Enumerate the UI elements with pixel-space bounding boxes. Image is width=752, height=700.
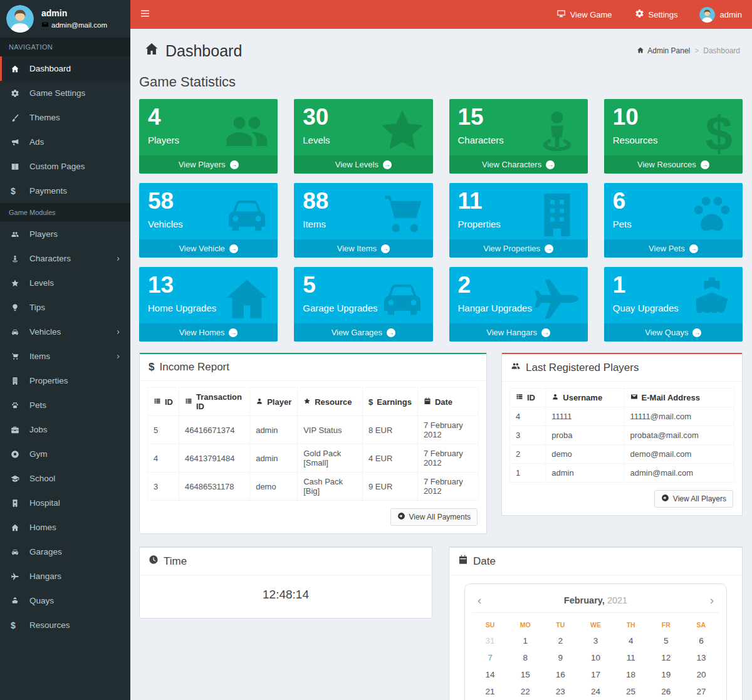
calendar-day[interactable]: 22 (508, 683, 543, 700)
calendar-day[interactable]: 2 (543, 632, 578, 649)
view-all-payments-button[interactable]: View All Payments (390, 508, 478, 526)
breadcrumb-separator: > (694, 46, 699, 55)
column-header-date: Date (417, 388, 478, 416)
sidebar-item-levels[interactable]: Levels (0, 271, 130, 295)
income-row: 346486531178demoCash Pack [Big]9 EUR7 Fe… (148, 473, 479, 501)
calendar-prev-button[interactable]: ‹ (473, 594, 486, 606)
sidebar-item-jobs[interactable]: Jobs (0, 417, 130, 442)
calendar-day[interactable]: 15 (508, 666, 543, 683)
sidebar-item-hospital[interactable]: Hospital (0, 491, 130, 515)
stat-label: Levels (303, 135, 424, 145)
sidebar-section-header-navigation: NAVIGATION (0, 38, 130, 56)
calendar-day[interactable]: 16 (543, 666, 578, 683)
calendar-day-today[interactable]: 7 (473, 649, 508, 666)
view-pets-link[interactable]: View Pets→ (604, 239, 743, 258)
settings-link[interactable]: Settings (624, 0, 689, 29)
table-cell: 11111@mail.com (624, 407, 734, 426)
sidebar-item-pets[interactable]: Pets (0, 393, 130, 417)
sidebar-item-ads[interactable]: Ads (0, 130, 130, 154)
calendar-day[interactable]: 23 (543, 683, 578, 700)
calendar-day[interactable]: 4 (614, 632, 649, 649)
calendar-day[interactable]: 18 (614, 666, 649, 683)
calendar-day[interactable]: 19 (649, 666, 684, 683)
player-row: 3probaprobata@mail.com (510, 426, 734, 445)
view-quays-link[interactable]: View Quays→ (604, 323, 743, 342)
sidebar-item-label: Vehicles (29, 327, 61, 337)
sidebar-item-label: Players (29, 229, 58, 239)
dollar-icon: $ (149, 361, 154, 374)
sidebar-item-resources[interactable]: $Resources (0, 613, 130, 637)
calendar-next-button[interactable]: › (705, 594, 719, 606)
sidebar-item-themes[interactable]: Themes (0, 105, 130, 130)
breadcrumb-admin-panel[interactable]: Admin Panel (637, 46, 690, 56)
calendar-day[interactable]: 26 (649, 683, 684, 700)
calendar-day[interactable]: 5 (649, 632, 684, 649)
view-garages-link[interactable]: View Garages→ (294, 323, 432, 342)
sidebar-item-hangars[interactable]: Hangars (0, 564, 130, 588)
stat-card-resources: 10Resources$View Resources→ (604, 99, 743, 174)
user-name: admin (41, 8, 107, 18)
calendar-day[interactable]: 11 (614, 649, 649, 666)
calendar-day[interactable]: 25 (614, 683, 649, 700)
sidebar-item-items[interactable]: Items (0, 344, 130, 368)
sidebar-item-vehicles[interactable]: Vehicles (0, 320, 130, 344)
sidebar-item-game-settings[interactable]: Game Settings (0, 81, 130, 105)
time-panel-header: Time (140, 548, 432, 575)
calendar-day[interactable]: 14 (473, 666, 508, 683)
calendar-day[interactable]: 31 (473, 632, 508, 649)
calendar-day[interactable]: 9 (543, 649, 578, 666)
sidebar-item-gym[interactable]: Gym (0, 442, 130, 466)
view-properties-link[interactable]: View Properties→ (449, 239, 588, 258)
calendar-day[interactable]: 1 (508, 632, 543, 649)
calendar-day[interactable]: 24 (578, 683, 613, 700)
view-players-link[interactable]: View Players→ (139, 155, 278, 174)
table-cell: 4 EUR (363, 444, 418, 473)
calendar-day[interactable]: 17 (578, 666, 613, 683)
sidebar-item-custom-pages[interactable]: Custom Pages (0, 154, 130, 179)
calendar-header: ‹ February, 2021 › (473, 588, 719, 613)
view-levels-link[interactable]: View Levels→ (294, 155, 432, 174)
brush-icon (11, 113, 24, 122)
calendar-day[interactable]: 21 (473, 683, 508, 700)
view-vehicle-link[interactable]: View Vehicle→ (139, 239, 278, 258)
table-cell: proba (546, 426, 624, 445)
calendar-day[interactable]: 20 (684, 666, 719, 683)
sidebar-item-school[interactable]: School (0, 466, 130, 491)
stat-value: 30 (303, 104, 424, 131)
view-hangars-link[interactable]: View Hangars→ (449, 323, 588, 342)
table-cell: Cash Pack [Big] (298, 473, 363, 501)
view-all-players-button[interactable]: View All Players (654, 490, 733, 508)
sidebar-item-payments[interactable]: $Payments (0, 179, 130, 203)
sidebar-item-tips[interactable]: Tips (0, 295, 130, 320)
sidebar-item-homes[interactable]: Homes (0, 515, 130, 540)
sidebar-toggle-button[interactable] (130, 0, 160, 29)
sidebar-item-garages[interactable]: Garages (0, 540, 130, 564)
view-game-link[interactable]: View Game (545, 0, 624, 29)
calendar-day[interactable]: 12 (649, 649, 684, 666)
calendar-day[interactable]: 10 (578, 649, 613, 666)
home-icon (144, 41, 159, 60)
view-homes-link[interactable]: View Homes→ (139, 323, 278, 342)
arrow-circle-right-icon: → (383, 160, 392, 169)
sidebar-item-properties[interactable]: Properties (0, 368, 130, 393)
table-cell: 3 (510, 426, 546, 445)
calendar-day[interactable]: 8 (508, 649, 543, 666)
sidebar-item-players[interactable]: Players (0, 222, 130, 246)
user-menu[interactable]: admin (689, 0, 752, 29)
calendar-day[interactable]: 3 (578, 632, 613, 649)
sidebar-item-quays[interactable]: Quays (0, 588, 130, 613)
calendar-day[interactable]: 6 (684, 632, 719, 649)
view-items-link[interactable]: View Items→ (294, 239, 432, 258)
gears-icon (11, 89, 24, 98)
view-resources-link[interactable]: View Resources→ (604, 155, 743, 174)
sidebar-item-characters[interactable]: Characters (0, 246, 130, 271)
users-icon (511, 361, 521, 374)
view-characters-link[interactable]: View Characters→ (449, 155, 588, 174)
stat-card-home-upgrades: 13Home UpgradesView Homes→ (139, 267, 278, 342)
sidebar-item-label: School (29, 474, 55, 483)
calendar-day[interactable]: 27 (684, 683, 719, 700)
sidebar-item-label: Payments (29, 186, 67, 196)
table-cell: 9 EUR (363, 473, 418, 501)
calendar-day[interactable]: 13 (684, 649, 719, 666)
sidebar-item-dashboard[interactable]: Dashboard (0, 56, 130, 81)
